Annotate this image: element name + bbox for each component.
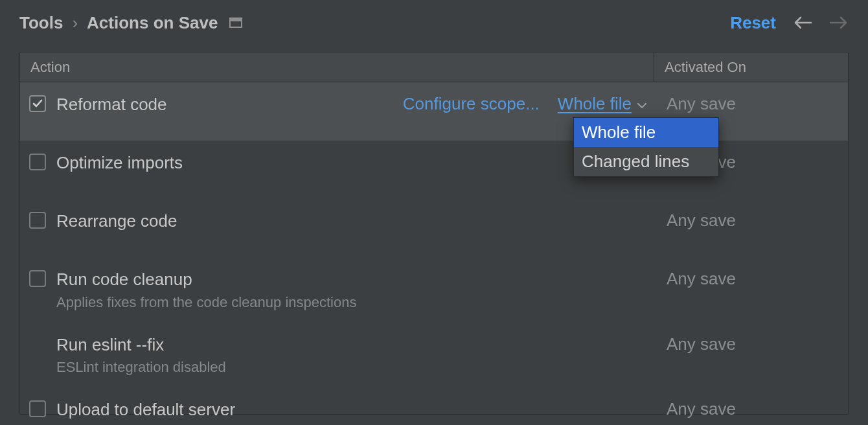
action-sublabel: Applies fixes from the code cleanup insp… <box>56 294 656 311</box>
header-actions: Reset <box>730 13 849 33</box>
col-header-activated: Activated On <box>654 52 848 82</box>
reset-button[interactable]: Reset <box>730 13 776 33</box>
action-label: Run code cleanup <box>56 269 656 290</box>
table-row[interactable]: Upload to default serverDefault server i… <box>20 387 848 425</box>
breadcrumb-current: Actions on Save <box>87 13 218 33</box>
row-extras: Configure scope...Whole file <box>403 94 656 114</box>
action-label-block: Run code cleanupApplies fixes from the c… <box>56 269 656 311</box>
action-label-block: Rearrange code <box>56 211 656 232</box>
action-label: Run eslint --fix <box>56 334 656 356</box>
table-header: Action Activated On <box>20 52 848 82</box>
activated-on-value: Any save <box>656 334 839 354</box>
table-row[interactable]: Rearrange codeAny save <box>20 199 848 257</box>
action-label: Upload to default server <box>56 399 656 420</box>
forward-button <box>829 16 849 30</box>
action-checkbox[interactable] <box>29 212 46 229</box>
action-checkbox[interactable] <box>29 95 46 112</box>
back-button[interactable] <box>793 16 812 30</box>
table-body: Reformat codeConfigure scope...Whole fil… <box>20 82 848 425</box>
table-row[interactable]: Optimize importsAny save <box>20 141 848 199</box>
action-checkbox[interactable] <box>29 270 46 287</box>
actions-table: Action Activated On Reformat codeConfigu… <box>19 52 849 415</box>
breadcrumb-separator: › <box>72 13 78 33</box>
action-label: Reformat code <box>56 94 403 115</box>
table-row[interactable]: Run eslint --fixESLint integration disab… <box>20 323 848 388</box>
action-sublabel: ESLint integration disabled <box>56 359 656 376</box>
window-icon <box>229 17 242 28</box>
activated-on-value: Any save <box>656 269 839 289</box>
scope-dropdown-popup: Whole fileChanged lines <box>573 117 719 177</box>
scope-dropdown[interactable]: Whole file <box>558 94 647 114</box>
configure-scope-link[interactable]: Configure scope... <box>403 94 540 114</box>
table-row[interactable]: Reformat codeConfigure scope...Whole fil… <box>20 82 848 141</box>
svg-rect-1 <box>230 18 242 21</box>
activated-on-value: Any save <box>656 94 839 114</box>
chevron-down-icon <box>637 94 647 114</box>
table-row[interactable]: Run code cleanupApplies fixes from the c… <box>20 257 848 323</box>
breadcrumb: Tools › Actions on Save <box>19 13 218 33</box>
activated-on-value: Any save <box>656 211 839 231</box>
action-label: Optimize imports <box>56 152 656 174</box>
scope-option[interactable]: Whole file <box>574 118 718 147</box>
activated-on-value: Any save <box>656 399 839 419</box>
action-label-block: Upload to default serverDefault server i… <box>56 399 656 425</box>
action-label-block: Run eslint --fixESLint integration disab… <box>56 334 656 376</box>
settings-header: Tools › Actions on Save Reset <box>0 0 868 45</box>
action-label: Rearrange code <box>56 211 656 232</box>
breadcrumb-parent[interactable]: Tools <box>19 13 63 33</box>
col-header-action: Action <box>20 59 654 76</box>
action-checkbox[interactable] <box>29 154 46 170</box>
scope-option[interactable]: Changed lines <box>574 147 718 176</box>
action-checkbox[interactable] <box>29 400 46 417</box>
action-label-block: Optimize imports <box>56 152 656 174</box>
scope-dropdown-value: Whole file <box>558 94 632 114</box>
action-label-block: Reformat code <box>56 94 403 115</box>
